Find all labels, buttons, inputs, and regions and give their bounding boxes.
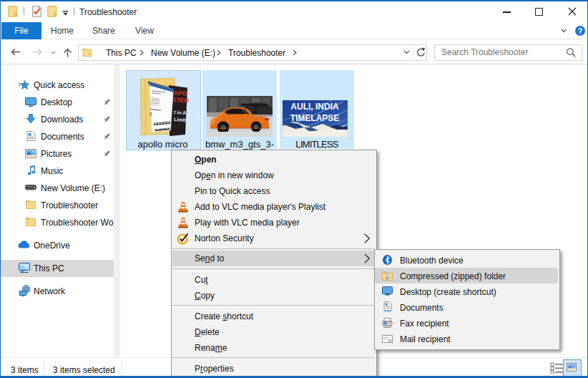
svg-text:Limite: Limite (174, 117, 188, 122)
svg-text:STEM: STEM (172, 96, 188, 105)
svg-text:t in A: t in A (174, 110, 187, 115)
svg-text:TIMELAPSE: TIMELAPSE (290, 113, 340, 123)
svg-text:AULI, INDIA: AULI, INDIA (290, 102, 339, 112)
